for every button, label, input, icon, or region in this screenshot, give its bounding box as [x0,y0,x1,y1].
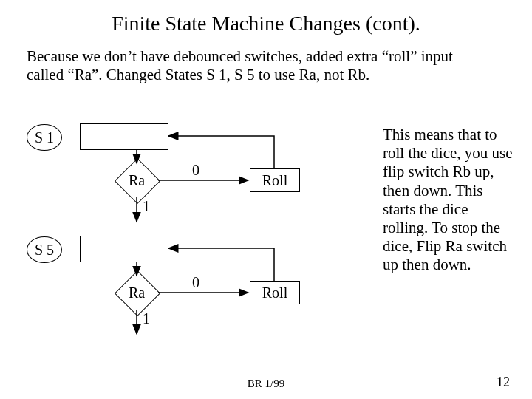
page-title: Finite State Machine Changes (cont). [0,12,532,35]
exit1-label-s1: 1 [140,198,152,215]
exit0-label-s1: 0 [190,162,202,179]
page-number: 12 [497,375,510,390]
intro-text: Because we don’t have debounced switches… [27,47,485,84]
state-s1: S 1 [27,124,62,151]
process-box-s1 [80,123,168,150]
decision-label-s1: Ra [114,172,160,189]
roll-action-s1: Roll [250,168,300,192]
decision-label-s5: Ra [114,284,160,301]
process-box-s5 [80,236,168,262]
footer-text: BR 1/99 [0,378,532,390]
explanation-text: This means that to roll the dice, you us… [383,126,516,275]
exit0-label-s5: 0 [190,274,202,291]
roll-action-s5: Roll [250,281,300,304]
exit1-label-s5: 1 [140,310,152,327]
state-s5: S 5 [27,236,62,263]
